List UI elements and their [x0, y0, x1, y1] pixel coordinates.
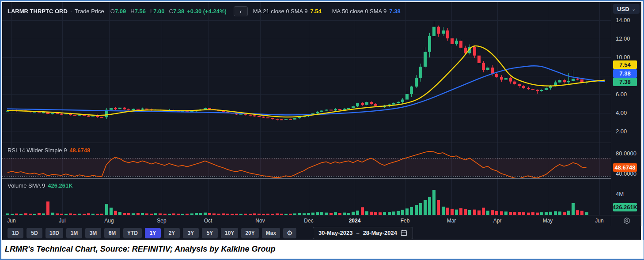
range-button-ytd[interactable]: YTD	[123, 228, 142, 238]
date-separator: –	[356, 230, 359, 236]
volume-axis-label-4m: 4M	[616, 191, 624, 197]
close-value: C7.38	[169, 8, 185, 15]
screenshot-frame: LARMR THRPTC ORD · Trade Price O7.09 H7.…	[0, 0, 644, 260]
price-badge-1: 7.38	[613, 69, 637, 78]
price-axis[interactable]: USD ⌄ 80.0000 40.0000 48.6748 4M 426.261…	[611, 2, 641, 226]
range-toolbar: 1D5D10D1M3M6MYTD1Y2Y3Y5Y10Y20YMax ⚙ 30-M…	[2, 226, 641, 240]
price-axis-label: 10.00	[616, 54, 630, 60]
range-button-3y[interactable]: 3Y	[183, 228, 199, 238]
axis-corner-separator	[611, 215, 641, 215]
chart-settings-gear-icon[interactable]: ⚙	[283, 228, 296, 238]
caption-text: LRMR's Technical Chart, Source: REFINITI…	[5, 245, 275, 254]
range-button-1y[interactable]: 1Y	[145, 228, 161, 238]
screenshot: { "header": { "symbol": "LARMR THRPTC OR…	[0, 0, 644, 260]
axis-settings-icon[interactable]	[623, 217, 631, 226]
price-legend: LARMR THRPTC ORD · Trade Price O7.09 H7.…	[8, 6, 401, 16]
price-axis-label: 4.00	[616, 109, 627, 116]
range-button-10y[interactable]: 10Y	[221, 228, 238, 238]
range-button-6m[interactable]: 6M	[104, 228, 120, 238]
time-axis-label[interactable]: Nov	[255, 218, 265, 224]
ma50-legend[interactable]: MA 50 close 0 SMA 9	[332, 8, 387, 15]
currency-label: USD	[617, 6, 629, 12]
price-badge-2: 7.38	[613, 78, 637, 86]
ma21-value: 7.54	[310, 8, 321, 15]
chevron-down-icon: ⌄	[632, 7, 636, 11]
time-axis-label[interactable]: Jun	[7, 218, 15, 224]
price-axis-label: 2.00	[616, 128, 627, 135]
time-axis-label[interactable]: Oct	[204, 218, 212, 224]
time-axis-label[interactable]: Feb	[401, 218, 410, 224]
range-button-1m[interactable]: 1M	[66, 228, 82, 238]
ohlc-readout: O7.09 H7.56 L7.00 C7.38	[110, 8, 184, 15]
time-axis-label[interactable]: Mar	[447, 218, 456, 224]
chart-canvas[interactable]	[2, 2, 611, 215]
range-button-5d[interactable]: 5D	[27, 228, 42, 238]
rsi-legend: RSI 14 Wilder Simple 9 48.6748	[8, 147, 90, 154]
time-axis-label[interactable]: May	[543, 218, 553, 224]
low-value: L7.00	[150, 8, 165, 15]
rsi-legend-value: 48.6748	[69, 147, 90, 154]
symbol-name[interactable]: LARMR THRPTC ORD	[8, 8, 68, 15]
rsi-last-value-badge: 48.6748	[613, 163, 637, 172]
range-button-3m[interactable]: 3M	[85, 228, 101, 238]
price-axis-label: 12.00	[616, 35, 630, 42]
volume-legend: Volume SMA 9 426.261K	[8, 182, 73, 189]
high-value: H7.56	[130, 8, 146, 15]
volume-legend-label[interactable]: Volume SMA 9	[8, 182, 45, 189]
caption-bar: LRMR's Technical Chart, Source: REFINITI…	[2, 240, 644, 259]
date-to: 28-May-2024	[363, 230, 397, 236]
time-axis[interactable]: JunJulAugSepOctNovDec2024FebMarAprMayJun	[2, 215, 611, 226]
legend-separator: ·	[70, 8, 72, 15]
calendar-icon	[401, 230, 407, 236]
time-axis-label[interactable]: Sep	[157, 218, 166, 224]
range-button-1d[interactable]: 1D	[8, 228, 23, 238]
open-value: O7.09	[110, 8, 126, 15]
time-axis-label[interactable]: Apr	[493, 218, 502, 224]
trading-chart-app: LARMR THRPTC ORD · Trade Price O7.09 H7.…	[2, 2, 641, 240]
date-from: 30-May-2023	[318, 230, 352, 236]
range-button-max[interactable]: Max	[262, 228, 280, 238]
currency-selector[interactable]: USD ⌄	[613, 4, 640, 14]
volume-legend-value: 426.261K	[48, 182, 72, 189]
range-button-10d[interactable]: 10D	[45, 228, 63, 238]
price-axis-label: 6.00	[616, 91, 627, 98]
time-axis-label[interactable]: Aug	[104, 218, 114, 224]
volume-sma-badge: 426.261K	[613, 203, 637, 211]
range-button-20y[interactable]: 20Y	[241, 228, 258, 238]
series-label: Trade Price	[75, 8, 104, 15]
rsi-axis-label-80: 80.0000	[616, 150, 636, 157]
range-buttons: 1D5D10D1M3M6MYTD1Y2Y3Y5Y10Y20YMax	[8, 228, 280, 238]
change-value: +0.30 (+4.24%)	[187, 8, 227, 15]
date-range-picker[interactable]: 30-May-2023 – 28-May-2024	[313, 227, 413, 239]
time-axis-label[interactable]: Jun	[595, 218, 603, 224]
ma50-value: 7.38	[389, 8, 400, 15]
chevron-left-icon[interactable]: ‹	[234, 6, 248, 16]
range-button-2y[interactable]: 2Y	[164, 228, 180, 238]
range-button-5y[interactable]: 5Y	[202, 228, 218, 238]
time-axis-label[interactable]: 2024	[349, 218, 361, 224]
ma21-legend[interactable]: MA 21 close 0 SMA 9	[253, 8, 308, 15]
time-axis-label[interactable]: Dec	[304, 218, 313, 224]
price-axis-label: 14.00	[616, 17, 630, 23]
price-badge-0: 7.54	[613, 60, 637, 69]
rsi-legend-label[interactable]: RSI 14 Wilder Simple 9	[8, 147, 67, 154]
time-axis-label[interactable]: Jul	[59, 218, 65, 224]
